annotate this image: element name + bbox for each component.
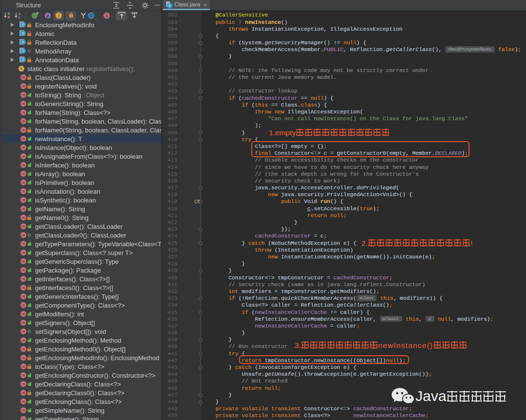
svg-text:z: z <box>19 16 20 19</box>
svg-text:p: p <box>46 13 49 18</box>
svg-text:c: c <box>34 13 36 18</box>
svg-text:a: a <box>19 12 20 16</box>
svg-text:λ: λ <box>106 13 108 18</box>
